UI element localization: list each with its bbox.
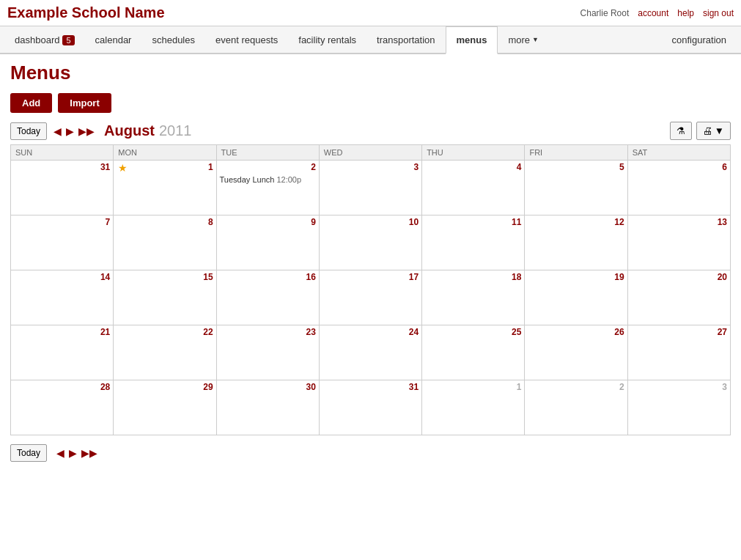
calendar-month: August [104, 122, 155, 139]
day-number: 29 [203, 382, 213, 392]
day-number: 2 [311, 162, 316, 172]
calendar-cell[interactable]: 9 [216, 215, 319, 270]
calendar-cell[interactable]: 16 [216, 270, 319, 325]
day-number: 3 [722, 382, 727, 392]
header: Example School Name Charlie Root account… [0, 0, 741, 26]
nav-transportation[interactable]: transportation [366, 27, 446, 53]
day-number: 12 [614, 217, 624, 227]
day-number: 18 [512, 272, 521, 282]
nav-event-requests[interactable]: event requests [205, 27, 288, 53]
calendar-cell[interactable]: 24 [319, 325, 421, 380]
user-name: Charlie Root [580, 8, 630, 18]
calendar-cell[interactable]: 1 [422, 380, 525, 435]
calendar-cell[interactable]: 3 [627, 380, 730, 435]
calendar-cell[interactable]: 18 [422, 270, 525, 325]
bottom-nav: Today ◀ ▶ ▶▶ [10, 441, 731, 465]
account-link[interactable]: account [638, 8, 668, 18]
nav-more-label: more [508, 34, 530, 45]
content: Menus Add Import Today ◀ ▶ ▶▶ August 201… [0, 54, 741, 472]
import-button[interactable]: Import [58, 93, 111, 113]
calendar-header: SUNMONTUEWEDTHUFRISAT [11, 145, 731, 161]
col-header-sat: SAT [627, 145, 730, 161]
day-number: 1 [208, 162, 213, 172]
sign-out-link[interactable]: sign out [703, 8, 734, 18]
calendar-cell[interactable]: 12 [525, 215, 627, 270]
calendar-week-2: 14151617181920 [11, 270, 731, 325]
calendar-cell[interactable]: 1★ [114, 161, 216, 215]
calendar-cell[interactable]: 8 [114, 215, 216, 270]
col-header-wed: WED [319, 145, 421, 161]
day-number: 14 [100, 272, 110, 282]
next-button[interactable]: ▶ [64, 124, 76, 139]
calendar-cell[interactable]: 11 [422, 215, 525, 270]
col-header-mon: MON [114, 145, 216, 161]
calendar-cell[interactable]: 10 [319, 215, 421, 270]
calendar-cell[interactable]: 27 [627, 325, 730, 380]
calendar-week-1: 78910111213 [11, 215, 731, 270]
calendar-cell[interactable]: 13 [627, 215, 730, 270]
school-name[interactable]: Example School Name [7, 4, 165, 21]
calendar-event[interactable]: Tuesday Lunch 12:00p [220, 175, 316, 184]
calendar-cell[interactable]: 26 [525, 325, 627, 380]
calendar-week-0: 311★2Tuesday Lunch 12:00p3456 [11, 161, 731, 215]
day-number: 19 [614, 272, 624, 282]
calendar-cell[interactable]: 30 [216, 380, 319, 435]
calendar-cell[interactable]: 7 [11, 215, 114, 270]
nav-schedules[interactable]: schedules [141, 27, 205, 53]
today-button[interactable]: Today [10, 122, 47, 140]
nav-calendar[interactable]: calendar [85, 27, 142, 53]
calendar-cell[interactable]: 31 [319, 380, 421, 435]
bottom-next-button[interactable]: ▶ [67, 446, 79, 460]
calendar-year: 2011 [159, 122, 192, 139]
calendar-cell[interactable]: 2 [525, 380, 627, 435]
calendar-cell[interactable]: 22 [114, 325, 216, 380]
day-number: 2 [619, 382, 624, 392]
nav-more[interactable]: more ▼ [498, 27, 549, 53]
calendar-cell[interactable]: 4 [422, 161, 525, 215]
calendar-cell[interactable]: 31 [11, 161, 114, 215]
bottom-fast-forward-button[interactable]: ▶▶ [79, 446, 100, 460]
nav-configuration[interactable]: configuration [662, 27, 737, 53]
day-number: 20 [718, 272, 727, 282]
calendar-cell[interactable]: 20 [627, 270, 730, 325]
calendar-cell[interactable]: 23 [216, 325, 319, 380]
nav-dashboard[interactable]: dashboard5 [4, 27, 85, 53]
calendar-cell[interactable]: 28 [11, 380, 114, 435]
calendar-cell[interactable]: 29 [114, 380, 216, 435]
add-button[interactable]: Add [10, 93, 52, 113]
user-nav: Charlie Root account help sign out [580, 8, 734, 18]
calendar-cell[interactable]: 14 [11, 270, 114, 325]
day-number: 4 [517, 162, 522, 172]
nav-menus[interactable]: menus [446, 26, 498, 54]
fast-forward-button[interactable]: ▶▶ [76, 124, 97, 139]
calendar-cell[interactable]: 2Tuesday Lunch 12:00p [216, 161, 319, 215]
day-number: 26 [614, 327, 624, 337]
calendar-cell[interactable]: 5 [525, 161, 627, 215]
calendar-cell[interactable]: 19 [525, 270, 627, 325]
day-number: 9 [311, 217, 316, 227]
calendar-cell[interactable]: 15 [114, 270, 216, 325]
calendar-header-row: SUNMONTUEWEDTHUFRISAT [11, 145, 731, 161]
filter-button[interactable]: ⚗ [670, 122, 692, 140]
help-link[interactable]: help [677, 8, 694, 18]
calendar-cell[interactable]: 21 [11, 325, 114, 380]
page-title: Menus [10, 62, 731, 84]
print-dropdown-icon: ▼ [715, 125, 724, 136]
day-number: 13 [718, 217, 727, 227]
nav-facility-rentals[interactable]: facility rentals [288, 27, 366, 53]
bottom-today-button[interactable]: Today [10, 444, 47, 462]
print-button[interactable]: 🖨 ▼ [696, 122, 731, 140]
day-number: 24 [409, 327, 419, 337]
calendar-cell[interactable]: 25 [422, 325, 525, 380]
calendar-cell[interactable]: 17 [319, 270, 421, 325]
day-number: 8 [208, 217, 213, 227]
cal-tools: ⚗ 🖨 ▼ [670, 122, 731, 140]
calendar-cell[interactable]: 6 [627, 161, 730, 215]
nav-dashboard-label: dashboard [15, 34, 59, 45]
prev-button[interactable]: ◀ [51, 124, 64, 139]
calendar-week-4: 28293031123 [11, 380, 731, 435]
dashboard-badge: 5 [62, 35, 74, 45]
bottom-prev-button[interactable]: ◀ [54, 446, 67, 460]
calendar-cell[interactable]: 3 [319, 161, 421, 215]
filter-icon: ⚗ [677, 125, 685, 136]
